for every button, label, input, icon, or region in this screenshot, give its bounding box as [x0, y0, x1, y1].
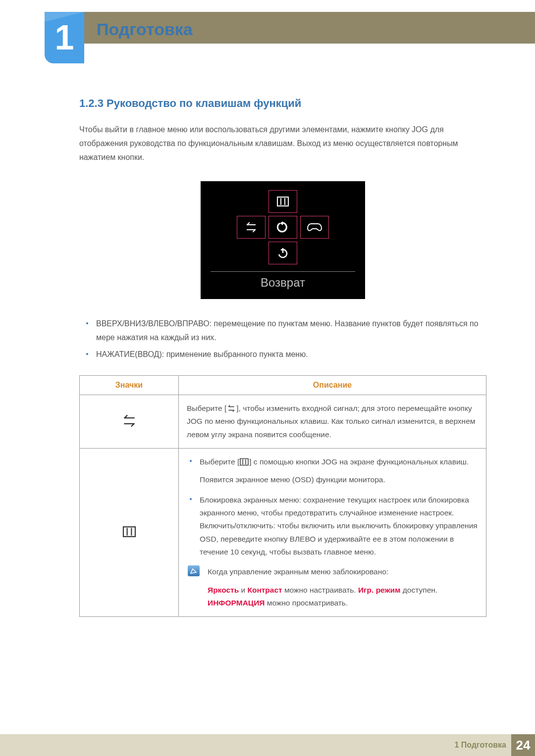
- desc-cell-source: Выберите [], чтобы изменить входной сигн…: [179, 395, 486, 449]
- highlight-game-mode: Игр. режим: [358, 586, 401, 594]
- gamepad-icon: [307, 222, 322, 232]
- osd-divider: [211, 271, 355, 272]
- menu-icon: [276, 196, 289, 207]
- table-row: Выберите [] с помощью кнопки JOG на экра…: [80, 449, 486, 617]
- osd-figure: Возврат: [201, 181, 365, 299]
- note-icon: [188, 565, 200, 576]
- highlight-contrast: Контраст: [247, 586, 282, 594]
- icon-cell-menu: [80, 449, 179, 617]
- chapter-badge: 1: [45, 12, 84, 63]
- text: можно настраивать.: [282, 586, 358, 594]
- text: Выберите [: [200, 457, 239, 466]
- table-header-desc: Описание: [179, 376, 486, 395]
- note-details: Яркость и Контраст можно настраивать. Иг…: [208, 584, 478, 610]
- icons-table: Значки Описание Выберите [], чтобы измен…: [79, 375, 486, 617]
- table-row: Выберите [], чтобы изменить входной сигн…: [80, 395, 486, 449]
- list-item: Блокировка экранных меню: сохранение тек…: [187, 494, 478, 559]
- osd-empty-cell: [237, 242, 266, 264]
- note-lead: Когда управление экранным меню заблокиро…: [208, 565, 478, 578]
- source-swap-icon: [244, 222, 258, 233]
- page-footer: 1 Подготовка 24: [0, 734, 535, 756]
- chapter-number: 1: [55, 20, 74, 55]
- list-item: НАЖАТИЕ(ВВОД): применение выбранного пун…: [79, 348, 486, 361]
- svg-rect-8: [240, 458, 248, 465]
- menu-icon: [239, 458, 249, 466]
- osd-return-button: [268, 216, 297, 239]
- text: Выберите [: [187, 404, 226, 412]
- svg-rect-5: [123, 527, 135, 537]
- note-block: Когда управление экранным меню заблокиро…: [187, 565, 478, 609]
- inner-list: Выберите [] с помощью кнопки JOG на экра…: [187, 455, 478, 558]
- osd-empty-cell: [300, 190, 329, 213]
- sub-paragraph: Появится экранное меню (OSD) функции мон…: [200, 473, 478, 486]
- osd-menu-button: [268, 190, 297, 213]
- footer-chapter-label: 1 Подготовка: [454, 741, 506, 750]
- text: доступен.: [401, 586, 438, 594]
- highlight-brightness: Яркость: [208, 586, 239, 594]
- footer-page-number: 24: [511, 734, 535, 756]
- desc-cell-menu: Выберите [] с помощью кнопки JOG на экра…: [179, 449, 486, 617]
- list-item: Выберите [] с помощью кнопки JOG на экра…: [187, 455, 478, 487]
- text: можно просматривать.: [265, 599, 348, 607]
- osd-grid: [211, 190, 355, 264]
- osd-empty-cell: [237, 190, 266, 213]
- osd-power-button: [268, 242, 297, 264]
- return-icon: [276, 221, 289, 234]
- source-swap-icon: [226, 404, 236, 412]
- icon-cell-source: [80, 395, 179, 449]
- text: и: [239, 586, 247, 594]
- power-icon: [277, 247, 289, 259]
- text: ] с помощью кнопки JOG на экране функцио…: [249, 457, 469, 466]
- directions-list: ВВЕРХ/ВНИЗ/ВЛЕВО/ВПРАВО: перемещение по …: [79, 317, 486, 361]
- content-area: 1.2.3 Руководство по клавишам функций Чт…: [79, 97, 486, 617]
- source-swap-icon: [121, 414, 138, 427]
- svg-rect-0: [277, 197, 288, 206]
- table-header-icons: Значки: [80, 376, 179, 395]
- osd-game-button: [300, 216, 329, 239]
- list-item: ВВЕРХ/ВНИЗ/ВЛЕВО/ВПРАВО: перемещение по …: [79, 317, 486, 345]
- intro-text: Чтобы выйти в главное меню или воспользо…: [79, 123, 486, 164]
- highlight-information: ИНФОРМАЦИЯ: [208, 599, 265, 607]
- osd-source-button: [237, 216, 266, 239]
- osd-return-label: Возврат: [211, 276, 355, 290]
- menu-icon: [122, 526, 137, 538]
- section-heading: 1.2.3 Руководство по клавишам функций: [79, 97, 486, 110]
- osd-empty-cell: [300, 242, 329, 264]
- chapter-title: Подготовка: [97, 20, 193, 39]
